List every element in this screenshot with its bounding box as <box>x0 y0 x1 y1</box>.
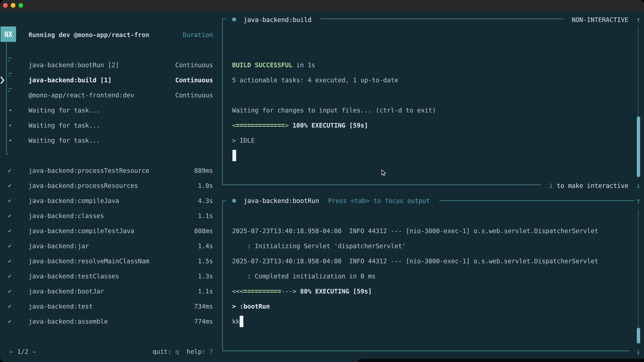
task-duration: 734ms <box>194 299 213 314</box>
bootrun-panel-left-border <box>222 200 223 351</box>
focus-output-hint: Press <tab> to focus output <box>328 193 430 208</box>
task-row[interactable]: java-backend:processResources1.0s <box>0 178 644 193</box>
log-line: : Initializing Servlet 'dispatcherServle… <box>232 239 406 254</box>
task-duration: 889ms <box>194 163 213 178</box>
quit-label: quit: <box>152 348 172 355</box>
build-status: BUILD SUCCESSFUL <box>232 61 292 69</box>
interactive-hint: i to make interactive <box>549 178 628 193</box>
build-panel-left-border <box>222 18 223 185</box>
task-duration: Continuous <box>175 88 213 103</box>
zoom-button[interactable] <box>18 3 23 8</box>
bootrun-progress-line: <<<---> 80% EXECUTING [59s] <box>232 284 372 299</box>
task-row[interactable]: java-backend:test734ms <box>0 299 644 314</box>
build-panel-top-border <box>320 18 564 19</box>
bootrun-panel-title: java-backend:bootRun <box>244 193 319 208</box>
duration-column-header: Duration <box>183 27 213 42</box>
build-panel-title: java-backend:build <box>244 12 312 27</box>
build-status-time: in 1s <box>292 61 315 69</box>
task-name: java-backend:testClasses <box>28 269 119 284</box>
build-status-line: BUILD SUCCESSFUL in 1s <box>232 57 315 72</box>
check-icon <box>8 299 12 314</box>
check-icon <box>8 254 12 269</box>
task-duration: 808ms <box>194 223 213 239</box>
task-name: java-backend:classes <box>28 208 104 223</box>
task-duration: Continuous <box>175 72 213 88</box>
build-scrollbar-thumb[interactable] <box>637 116 640 177</box>
task-name: Waiting for task... <box>28 118 100 133</box>
quit-key: q <box>175 348 179 355</box>
task-name: java-backend:build [1] <box>28 72 112 88</box>
mouse-cursor <box>381 169 386 177</box>
task-duration: 1.1s <box>198 208 213 223</box>
bootrun-panel-bottom-border <box>222 351 630 351</box>
progress-bar-filled <box>236 124 285 127</box>
bootrun-panel-top-border <box>440 200 634 201</box>
pending-dot-icon <box>10 140 11 141</box>
pager-label: 1/2 <box>17 348 28 355</box>
scroll-down-icon[interactable]: ↓ <box>635 178 642 193</box>
scroll-down-icon[interactable]: ↓ <box>635 344 642 359</box>
check-icon <box>8 284 12 299</box>
scroll-up-icon[interactable]: ↑ <box>635 193 642 208</box>
task-duration: 4.3s <box>198 193 213 208</box>
bootrun-prompt: > :bootRun <box>232 299 270 314</box>
terminal-window: NX Running dev @mono-app/react-fronDurat… <box>0 0 644 362</box>
help-key: ? <box>209 348 213 355</box>
pager-prev-icon[interactable]: ← <box>10 348 14 355</box>
task-duration: 1.1s <box>198 284 213 299</box>
bootrun-scrollbar-thumb[interactable] <box>637 328 640 344</box>
log-line: 2025-07-23T13:40:18.950-04:00 INFO 44312… <box>232 254 598 269</box>
log-line: 2025-07-23T13:40:18.950-04:00 INFO 44312… <box>232 223 598 239</box>
check-icon <box>8 269 12 284</box>
non-interactive-badge: NON-INTERACTIVE <box>572 12 628 27</box>
pending-dot-icon <box>10 125 11 126</box>
build-idle-line: > IDLE <box>232 133 255 148</box>
bootrun-scrollbar-track[interactable] <box>638 210 638 344</box>
bootrun-panel-top-border-stub <box>222 200 226 201</box>
sidebar-header: Running dev @mono-app/react-fronDuration <box>0 27 644 42</box>
pager-next-icon[interactable]: → <box>32 348 36 355</box>
keyboard-hints: quit: q help: ? <box>152 344 213 359</box>
task-name: java-backend:jar <box>28 239 89 254</box>
build-panel-top-border-stub <box>222 18 226 19</box>
build-panel-bottom-border <box>222 185 541 185</box>
task-duration: 1.0s <box>198 178 213 193</box>
build-panel-bullet-icon <box>232 17 236 21</box>
spinner-icon <box>9 88 12 92</box>
task-name: java-backend:bootRun [2] <box>28 57 119 72</box>
task-duration: 774ms <box>194 314 213 329</box>
progress-open-icon: < <box>232 122 236 129</box>
check-icon <box>8 208 12 223</box>
task-name: java-backend:bootJar <box>28 284 104 299</box>
task-name: java-backend:test <box>28 299 93 314</box>
task-name: java-backend:compileTestJava <box>28 223 134 239</box>
task-row[interactable]: Waiting for task... <box>0 133 644 148</box>
check-icon <box>8 223 12 239</box>
task-row[interactable]: java-backend:bootRun [2]Continuous <box>0 57 644 72</box>
check-icon <box>8 178 12 193</box>
task-row[interactable]: java-backend:classes1.1s <box>0 208 644 223</box>
interactive-key: i <box>549 182 553 189</box>
task-row[interactable]: java-backend:assemble774ms <box>0 314 644 329</box>
task-row[interactable]: @mono-app/react-frontend:devContinuous <box>0 88 644 103</box>
minimize-button[interactable] <box>11 3 16 8</box>
check-icon <box>8 239 12 254</box>
sidebar-header-title: Running dev @mono-app/react-fron <box>28 27 149 42</box>
task-duration: 1.4s <box>198 239 213 254</box>
progress-bar-filled <box>244 290 281 293</box>
progress-open-icon: <<< <box>232 288 244 295</box>
pending-dot-icon <box>10 110 11 111</box>
titlebar <box>0 0 644 11</box>
task-row[interactable]: java-backend:processTestResource889ms <box>0 163 644 178</box>
check-icon <box>8 163 12 178</box>
scroll-up-icon[interactable]: ↑ <box>635 12 642 27</box>
build-waiting-line: Waiting for changes to input files... (c… <box>232 103 436 118</box>
close-button[interactable] <box>3 3 8 8</box>
pager: ← 1/2 → <box>10 344 36 359</box>
check-icon <box>8 314 12 329</box>
build-progress-label: 100% EXECUTING [59s] <box>292 122 368 129</box>
bootrun-input-text: kk <box>232 314 240 329</box>
progress-close-icon: > <box>285 122 289 129</box>
spinner-icon <box>9 57 12 61</box>
check-icon <box>8 193 12 208</box>
